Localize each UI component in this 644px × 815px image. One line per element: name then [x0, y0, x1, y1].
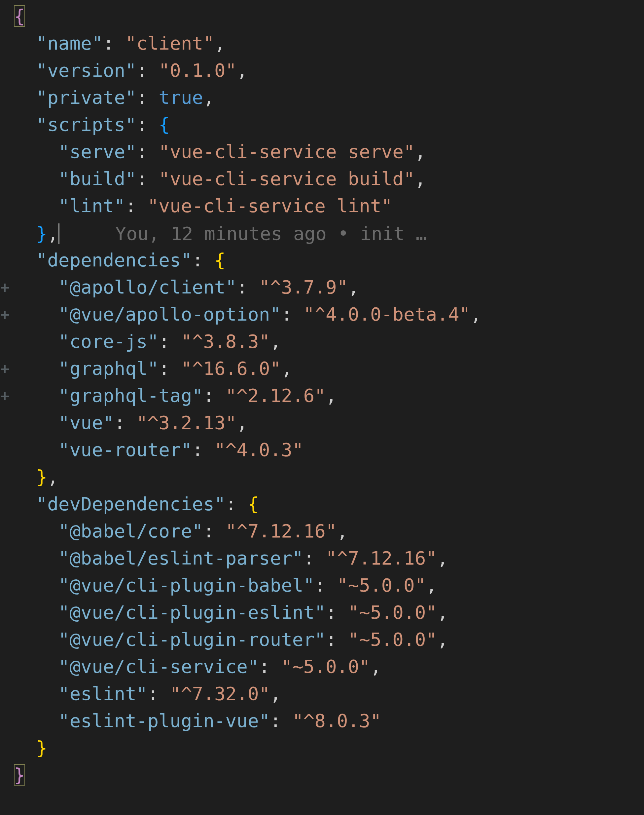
- code-line[interactable]: {: [0, 3, 644, 30]
- token: "vue-cli-service serve": [158, 141, 414, 162]
- code-line[interactable]: + "graphql-tag": "^2.12.6",: [0, 382, 644, 409]
- token: "devDependencies": [36, 493, 225, 515]
- token: "^7.12.16": [326, 547, 437, 569]
- token: ,: [348, 276, 359, 298]
- token: ,: [47, 466, 58, 487]
- code-content: "@babel/core": "^7.12.16",: [10, 518, 644, 545]
- token: "@vue/apollo-option": [58, 303, 281, 325]
- code-content: "graphql-tag": "^2.12.6",: [10, 382, 644, 409]
- token: "client": [125, 32, 214, 54]
- token: "vue": [58, 412, 114, 433]
- token: "^4.0.0-beta.4": [304, 303, 471, 325]
- token: "lint": [58, 195, 125, 217]
- code-content: "@babel/eslint-parser": "^7.12.16",: [10, 545, 644, 572]
- token: ,: [470, 303, 481, 325]
- token: {: [214, 249, 225, 271]
- token: ,: [214, 32, 225, 54]
- code-content: "@vue/cli-plugin-eslint": "~5.0.0",: [10, 599, 644, 626]
- token: "scripts": [36, 114, 136, 135]
- code-content: "@vue/cli-service": "~5.0.0",: [10, 653, 644, 680]
- code-line[interactable]: "@vue/cli-plugin-babel": "~5.0.0",: [0, 572, 644, 599]
- code-line[interactable]: "dependencies": {: [0, 246, 644, 274]
- code-line[interactable]: + "@vue/apollo-option": "^4.0.0-beta.4",: [0, 301, 644, 328]
- code-line[interactable]: "private": true,: [0, 84, 644, 111]
- code-line[interactable]: "core-js": "^3.8.3",: [0, 328, 644, 355]
- token: :: [136, 114, 158, 135]
- token: "^3.7.9": [259, 276, 348, 298]
- token: :: [225, 493, 248, 515]
- token: "@vue/cli-plugin-babel": [58, 574, 314, 596]
- token: "private": [36, 86, 136, 108]
- code-content: "vue-router": "^4.0.3": [10, 436, 644, 463]
- token: :: [192, 439, 214, 460]
- code-content: "private": true,: [10, 84, 644, 111]
- token: "dependencies": [36, 249, 192, 271]
- code-line[interactable]: + "graphql": "^16.6.0",: [0, 355, 644, 382]
- code-line[interactable]: "devDependencies": {: [0, 491, 644, 518]
- token: "@babel/eslint-parser": [58, 547, 304, 569]
- token: }: [14, 764, 25, 786]
- token: "^7.12.16": [225, 520, 337, 542]
- code-line[interactable]: "build": "vue-cli-service build",: [0, 165, 644, 192]
- code-line[interactable]: "lint": "vue-cli-service lint": [0, 192, 644, 220]
- code-line[interactable]: "scripts": {: [0, 111, 644, 138]
- git-blame-annotation: You, 12 minutes ago • init …: [60, 223, 427, 244]
- token: "@vue/cli-plugin-eslint": [58, 601, 326, 623]
- code-content: "eslint-plugin-vue": "^8.0.3": [10, 707, 644, 734]
- token: :: [136, 168, 158, 189]
- token: "~5.0.0": [281, 656, 370, 677]
- code-line[interactable]: "@vue/cli-plugin-router": "~5.0.0",: [0, 626, 644, 653]
- code-content: "serve": "vue-cli-service serve",: [10, 138, 644, 165]
- token: {: [14, 5, 25, 27]
- code-line[interactable]: "eslint": "^7.32.0",: [0, 680, 644, 707]
- code-line[interactable]: + "@apollo/client": "^3.7.9",: [0, 274, 644, 301]
- token: :: [136, 86, 158, 108]
- token: ,: [437, 601, 448, 623]
- diff-gutter: +: [0, 382, 10, 409]
- token: "@babel/core": [58, 520, 203, 542]
- code-content: "@vue/apollo-option": "^4.0.0-beta.4",: [10, 301, 644, 328]
- token: :: [236, 276, 259, 298]
- token: "0.1.0": [158, 60, 236, 81]
- code-line[interactable]: "@babel/eslint-parser": "^7.12.16",: [0, 545, 644, 572]
- code-line[interactable]: "@vue/cli-service": "~5.0.0",: [0, 653, 644, 680]
- code-content: },: [10, 463, 644, 491]
- code-line[interactable]: "serve": "vue-cli-service serve",: [0, 138, 644, 165]
- code-content: "graphql": "^16.6.0",: [10, 355, 644, 382]
- token: "^16.6.0": [181, 358, 281, 379]
- token: ,: [281, 358, 292, 379]
- code-line[interactable]: },: [0, 463, 644, 491]
- token: "eslint": [58, 683, 148, 704]
- token: ,: [415, 141, 426, 162]
- token: "~5.0.0": [348, 601, 437, 623]
- token: "name": [36, 32, 103, 54]
- code-line[interactable]: "vue": "^3.2.13",: [0, 409, 644, 436]
- code-line[interactable]: "version": "0.1.0",: [0, 57, 644, 84]
- text-cursor: [58, 223, 60, 244]
- code-line[interactable]: "vue-router": "^4.0.3": [0, 436, 644, 463]
- code-line[interactable]: "@vue/cli-plugin-eslint": "~5.0.0",: [0, 599, 644, 626]
- token: :: [125, 195, 147, 217]
- token: "graphql": [58, 358, 158, 379]
- token: :: [158, 331, 181, 352]
- token: :: [281, 303, 303, 325]
- token: :: [192, 249, 214, 271]
- token: ,: [203, 86, 214, 108]
- token: {: [158, 114, 170, 135]
- code-editor[interactable]: { "name": "client", "version": "0.1.0", …: [0, 0, 644, 789]
- code-content: }: [10, 734, 644, 761]
- token: :: [203, 385, 225, 406]
- token: :: [304, 547, 326, 569]
- code-line[interactable]: "eslint-plugin-vue": "^8.0.3": [0, 707, 644, 734]
- code-line[interactable]: }: [0, 761, 644, 789]
- code-content: "@vue/cli-plugin-babel": "~5.0.0",: [10, 572, 644, 599]
- diff-gutter: +: [0, 274, 10, 301]
- token: :: [326, 629, 348, 650]
- code-line[interactable]: }: [0, 734, 644, 761]
- token: "^7.32.0": [170, 683, 270, 704]
- code-content: }, You, 12 minutes ago • init …: [10, 220, 644, 247]
- code-line[interactable]: "name": "client",: [0, 30, 644, 57]
- code-line[interactable]: "@babel/core": "^7.12.16",: [0, 518, 644, 545]
- code-line[interactable]: }, You, 12 minutes ago • init …: [0, 220, 644, 246]
- token: ,: [426, 574, 437, 596]
